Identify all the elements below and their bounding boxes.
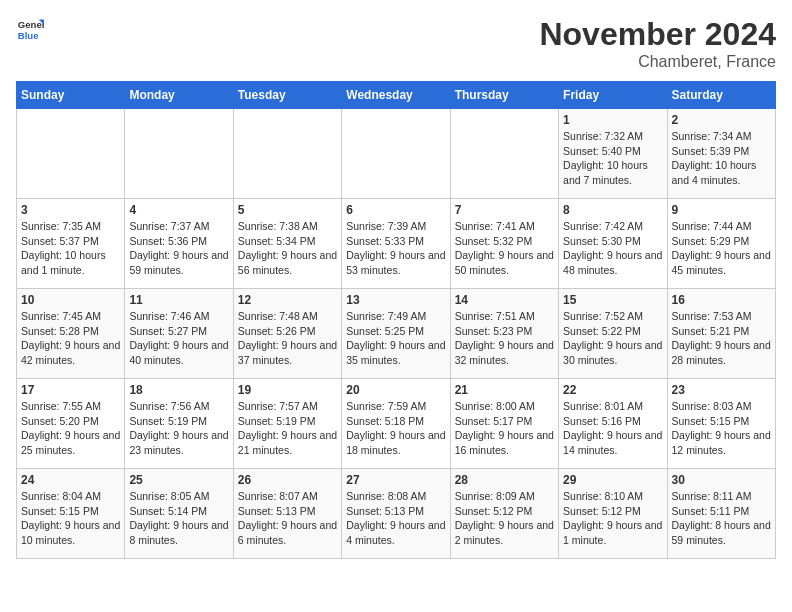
calendar-subtitle: Chamberet, France	[539, 53, 776, 71]
day-number: 12	[238, 293, 337, 307]
day-detail: Sunrise: 8:05 AM Sunset: 5:14 PM Dayligh…	[129, 489, 228, 548]
header-sunday: Sunday	[17, 82, 125, 109]
day-detail: Sunrise: 7:45 AM Sunset: 5:28 PM Dayligh…	[21, 309, 120, 368]
day-number: 17	[21, 383, 120, 397]
table-row	[233, 109, 341, 199]
day-number: 5	[238, 203, 337, 217]
day-number: 10	[21, 293, 120, 307]
table-row: 30Sunrise: 8:11 AM Sunset: 5:11 PM Dayli…	[667, 469, 775, 559]
table-row: 7Sunrise: 7:41 AM Sunset: 5:32 PM Daylig…	[450, 199, 558, 289]
day-detail: Sunrise: 7:34 AM Sunset: 5:39 PM Dayligh…	[672, 129, 771, 188]
svg-text:Blue: Blue	[18, 30, 39, 41]
table-row: 13Sunrise: 7:49 AM Sunset: 5:25 PM Dayli…	[342, 289, 450, 379]
day-number: 6	[346, 203, 445, 217]
header-monday: Monday	[125, 82, 233, 109]
day-number: 4	[129, 203, 228, 217]
day-detail: Sunrise: 8:10 AM Sunset: 5:12 PM Dayligh…	[563, 489, 662, 548]
header-wednesday: Wednesday	[342, 82, 450, 109]
table-row: 15Sunrise: 7:52 AM Sunset: 5:22 PM Dayli…	[559, 289, 667, 379]
table-row: 26Sunrise: 8:07 AM Sunset: 5:13 PM Dayli…	[233, 469, 341, 559]
day-number: 8	[563, 203, 662, 217]
calendar-week-row: 10Sunrise: 7:45 AM Sunset: 5:28 PM Dayli…	[17, 289, 776, 379]
day-detail: Sunrise: 7:56 AM Sunset: 5:19 PM Dayligh…	[129, 399, 228, 458]
day-detail: Sunrise: 8:00 AM Sunset: 5:17 PM Dayligh…	[455, 399, 554, 458]
day-detail: Sunrise: 7:49 AM Sunset: 5:25 PM Dayligh…	[346, 309, 445, 368]
day-detail: Sunrise: 8:11 AM Sunset: 5:11 PM Dayligh…	[672, 489, 771, 548]
table-row: 18Sunrise: 7:56 AM Sunset: 5:19 PM Dayli…	[125, 379, 233, 469]
day-detail: Sunrise: 8:03 AM Sunset: 5:15 PM Dayligh…	[672, 399, 771, 458]
table-row: 25Sunrise: 8:05 AM Sunset: 5:14 PM Dayli…	[125, 469, 233, 559]
table-row: 23Sunrise: 8:03 AM Sunset: 5:15 PM Dayli…	[667, 379, 775, 469]
table-row: 2Sunrise: 7:34 AM Sunset: 5:39 PM Daylig…	[667, 109, 775, 199]
header-tuesday: Tuesday	[233, 82, 341, 109]
day-number: 22	[563, 383, 662, 397]
day-detail: Sunrise: 7:55 AM Sunset: 5:20 PM Dayligh…	[21, 399, 120, 458]
day-number: 24	[21, 473, 120, 487]
day-detail: Sunrise: 7:59 AM Sunset: 5:18 PM Dayligh…	[346, 399, 445, 458]
day-number: 30	[672, 473, 771, 487]
table-row: 17Sunrise: 7:55 AM Sunset: 5:20 PM Dayli…	[17, 379, 125, 469]
day-number: 20	[346, 383, 445, 397]
day-detail: Sunrise: 8:07 AM Sunset: 5:13 PM Dayligh…	[238, 489, 337, 548]
table-row: 10Sunrise: 7:45 AM Sunset: 5:28 PM Dayli…	[17, 289, 125, 379]
table-row: 27Sunrise: 8:08 AM Sunset: 5:13 PM Dayli…	[342, 469, 450, 559]
table-row: 21Sunrise: 8:00 AM Sunset: 5:17 PM Dayli…	[450, 379, 558, 469]
day-number: 11	[129, 293, 228, 307]
header-thursday: Thursday	[450, 82, 558, 109]
table-row: 11Sunrise: 7:46 AM Sunset: 5:27 PM Dayli…	[125, 289, 233, 379]
title-area: November 2024 Chamberet, France	[539, 16, 776, 71]
day-detail: Sunrise: 7:48 AM Sunset: 5:26 PM Dayligh…	[238, 309, 337, 368]
calendar-week-row: 17Sunrise: 7:55 AM Sunset: 5:20 PM Dayli…	[17, 379, 776, 469]
table-row: 9Sunrise: 7:44 AM Sunset: 5:29 PM Daylig…	[667, 199, 775, 289]
day-detail: Sunrise: 7:42 AM Sunset: 5:30 PM Dayligh…	[563, 219, 662, 278]
day-detail: Sunrise: 7:57 AM Sunset: 5:19 PM Dayligh…	[238, 399, 337, 458]
day-number: 1	[563, 113, 662, 127]
table-row: 4Sunrise: 7:37 AM Sunset: 5:36 PM Daylig…	[125, 199, 233, 289]
day-number: 23	[672, 383, 771, 397]
day-number: 9	[672, 203, 771, 217]
day-number: 27	[346, 473, 445, 487]
calendar-week-row: 3Sunrise: 7:35 AM Sunset: 5:37 PM Daylig…	[17, 199, 776, 289]
day-number: 15	[563, 293, 662, 307]
table-row: 29Sunrise: 8:10 AM Sunset: 5:12 PM Dayli…	[559, 469, 667, 559]
day-detail: Sunrise: 8:08 AM Sunset: 5:13 PM Dayligh…	[346, 489, 445, 548]
day-detail: Sunrise: 7:46 AM Sunset: 5:27 PM Dayligh…	[129, 309, 228, 368]
day-number: 21	[455, 383, 554, 397]
calendar-title: November 2024	[539, 16, 776, 53]
logo: General Blue	[16, 16, 44, 44]
day-number: 13	[346, 293, 445, 307]
table-row: 6Sunrise: 7:39 AM Sunset: 5:33 PM Daylig…	[342, 199, 450, 289]
table-row: 12Sunrise: 7:48 AM Sunset: 5:26 PM Dayli…	[233, 289, 341, 379]
page-header: General Blue November 2024 Chamberet, Fr…	[16, 16, 776, 71]
logo-icon: General Blue	[16, 16, 44, 44]
table-row	[17, 109, 125, 199]
weekday-header-row: Sunday Monday Tuesday Wednesday Thursday…	[17, 82, 776, 109]
day-detail: Sunrise: 7:51 AM Sunset: 5:23 PM Dayligh…	[455, 309, 554, 368]
day-detail: Sunrise: 8:04 AM Sunset: 5:15 PM Dayligh…	[21, 489, 120, 548]
table-row: 28Sunrise: 8:09 AM Sunset: 5:12 PM Dayli…	[450, 469, 558, 559]
header-friday: Friday	[559, 82, 667, 109]
day-detail: Sunrise: 7:52 AM Sunset: 5:22 PM Dayligh…	[563, 309, 662, 368]
day-detail: Sunrise: 7:53 AM Sunset: 5:21 PM Dayligh…	[672, 309, 771, 368]
table-row	[342, 109, 450, 199]
table-row	[450, 109, 558, 199]
day-detail: Sunrise: 7:32 AM Sunset: 5:40 PM Dayligh…	[563, 129, 662, 188]
table-row: 5Sunrise: 7:38 AM Sunset: 5:34 PM Daylig…	[233, 199, 341, 289]
day-detail: Sunrise: 7:37 AM Sunset: 5:36 PM Dayligh…	[129, 219, 228, 278]
day-number: 26	[238, 473, 337, 487]
day-number: 19	[238, 383, 337, 397]
calendar-week-row: 24Sunrise: 8:04 AM Sunset: 5:15 PM Dayli…	[17, 469, 776, 559]
day-detail: Sunrise: 7:39 AM Sunset: 5:33 PM Dayligh…	[346, 219, 445, 278]
day-number: 18	[129, 383, 228, 397]
table-row	[125, 109, 233, 199]
calendar-week-row: 1Sunrise: 7:32 AM Sunset: 5:40 PM Daylig…	[17, 109, 776, 199]
table-row: 14Sunrise: 7:51 AM Sunset: 5:23 PM Dayli…	[450, 289, 558, 379]
day-number: 3	[21, 203, 120, 217]
table-row: 20Sunrise: 7:59 AM Sunset: 5:18 PM Dayli…	[342, 379, 450, 469]
day-number: 29	[563, 473, 662, 487]
day-detail: Sunrise: 7:35 AM Sunset: 5:37 PM Dayligh…	[21, 219, 120, 278]
day-detail: Sunrise: 7:44 AM Sunset: 5:29 PM Dayligh…	[672, 219, 771, 278]
day-detail: Sunrise: 7:41 AM Sunset: 5:32 PM Dayligh…	[455, 219, 554, 278]
day-detail: Sunrise: 8:09 AM Sunset: 5:12 PM Dayligh…	[455, 489, 554, 548]
day-detail: Sunrise: 8:01 AM Sunset: 5:16 PM Dayligh…	[563, 399, 662, 458]
